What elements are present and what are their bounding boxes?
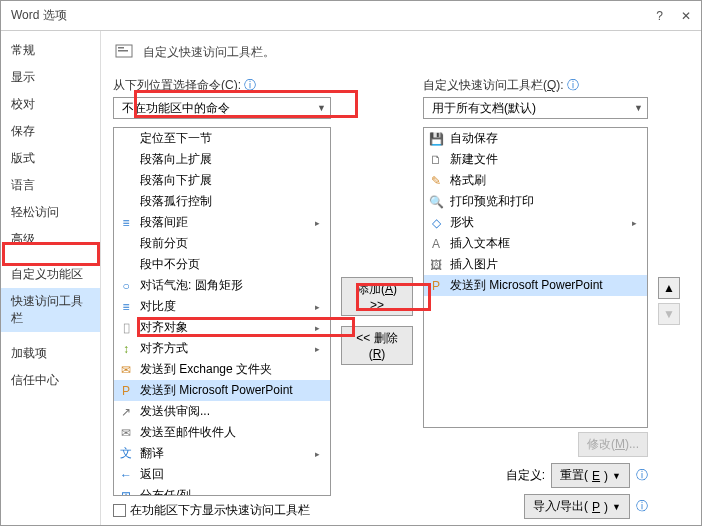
import-export-button[interactable]: 导入/导出(P)▼ (524, 494, 630, 519)
command-icon: ✉ (118, 425, 134, 441)
sidebar-item-2[interactable]: 校对 (1, 91, 100, 118)
help-icon[interactable]: ? (656, 9, 663, 23)
move-up-button[interactable]: ▲ (658, 277, 680, 299)
qat-list-item[interactable]: P发送到 Microsoft PowerPoint (424, 275, 647, 296)
close-icon[interactable]: ✕ (681, 9, 691, 23)
commands-list-item[interactable]: 段落向上扩展 (114, 149, 330, 170)
command-label: 返回 (140, 466, 164, 483)
command-label: 段落向下扩展 (140, 172, 212, 189)
qat-list-item[interactable]: 🔍打印预览和打印 (424, 191, 647, 212)
command-icon (118, 173, 134, 189)
qat-scope-combo[interactable]: 用于所有文档(默认) ▼ (423, 97, 648, 119)
reset-row: 自定义: 重置(E)▼ ⓘ (506, 463, 648, 488)
sidebar-item-5[interactable]: 语言 (1, 172, 100, 199)
sidebar-item-8[interactable]: 自定义功能区 (1, 261, 100, 288)
command-icon: ⊞ (118, 488, 134, 497)
command-label: 打印预览和打印 (450, 193, 534, 210)
word-options-dialog: Word 选项 ? ✕ 常规显示校对保存版式语言轻松访问高级自定义功能区快速访问… (0, 0, 702, 526)
command-icon: 💾 (428, 131, 444, 147)
sidebar-item-11[interactable]: 信任中心 (1, 367, 100, 394)
chevron-down-icon: ▼ (317, 103, 326, 113)
sidebar-item-6[interactable]: 轻松访问 (1, 199, 100, 226)
command-icon: 🗋 (428, 152, 444, 168)
sidebar-item-4[interactable]: 版式 (1, 145, 100, 172)
commands-list-item[interactable]: ←返回 (114, 464, 330, 485)
commands-list-item[interactable]: 段前分页 (114, 233, 330, 254)
command-label: 对话气泡: 圆角矩形 (140, 277, 243, 294)
commands-list-item[interactable]: ↕对齐方式 (114, 338, 330, 359)
qat-list-item[interactable]: ✎格式刷 (424, 170, 647, 191)
modify-button[interactable]: 修改(M)... (578, 432, 648, 457)
qat-column: 自定义快速访问工具栏(Q): ⓘ 用于所有文档(默认) ▼ 💾自动保存🗋新建文件… (423, 77, 648, 519)
sidebar-item-10[interactable]: 加载项 (1, 340, 100, 367)
command-label: 发送供审阅... (140, 403, 210, 420)
main-header: 自定义快速访问工具栏。 (113, 41, 689, 63)
qat-listbox[interactable]: 💾自动保存🗋新建文件✎格式刷🔍打印预览和打印◇形状A插入文本框🖼插入图片P发送到… (423, 127, 648, 428)
show-below-ribbon-checkbox[interactable] (113, 504, 126, 517)
titlebar-buttons: ? ✕ (656, 9, 691, 23)
command-label: 自动保存 (450, 130, 498, 147)
command-label: 形状 (450, 214, 474, 231)
commands-list-item[interactable]: ⌷对齐对象 (114, 317, 330, 338)
command-icon: 文 (118, 446, 134, 462)
commands-source-combo[interactable]: 不在功能区中的命令 ▼ (113, 97, 331, 119)
show-below-ribbon-row: 在功能区下方显示快速访问工具栏 (113, 502, 331, 519)
commands-list-item[interactable]: 段落向下扩展 (114, 170, 330, 191)
qat-list-item[interactable]: A插入文本框 (424, 233, 647, 254)
commands-list-item[interactable]: ≡对比度 (114, 296, 330, 317)
command-label: 新建文件 (450, 151, 498, 168)
command-label: 段中不分页 (140, 256, 200, 273)
commands-list-item[interactable]: 段中不分页 (114, 254, 330, 275)
command-icon: ○ (118, 278, 134, 294)
command-label: 插入文本框 (450, 235, 510, 252)
qat-scope-value: 用于所有文档(默认) (432, 100, 536, 117)
command-label: 翻译 (140, 445, 164, 462)
sidebar-item-0[interactable]: 常规 (1, 37, 100, 64)
qat-list-item[interactable]: 💾自动保存 (424, 128, 647, 149)
command-icon: ≡ (118, 215, 134, 231)
command-icon: ✎ (428, 173, 444, 189)
commands-list-item[interactable]: 文翻译 (114, 443, 330, 464)
sidebar-item-9[interactable]: 快速访问工具栏 (1, 288, 100, 332)
command-label: 段前分页 (140, 235, 188, 252)
commands-list-item[interactable]: ○对话气泡: 圆角矩形 (114, 275, 330, 296)
command-icon: ≡ (118, 299, 134, 315)
add-button[interactable]: 添加(A) >> (341, 277, 413, 316)
custom-label: 自定义: (506, 467, 545, 484)
sidebar-item-1[interactable]: 显示 (1, 64, 100, 91)
qat-list-item[interactable]: 🗋新建文件 (424, 149, 647, 170)
command-icon: 🔍 (428, 194, 444, 210)
commands-listbox[interactable]: 定位至下一节段落向上扩展段落向下扩展段落孤行控制≡段落间距段前分页段中不分页○对… (113, 127, 331, 496)
commands-list-item[interactable]: P发送到 Microsoft PowerPoint (114, 380, 330, 401)
command-icon (118, 131, 134, 147)
qat-list-item[interactable]: 🖼插入图片 (424, 254, 647, 275)
sidebar: 常规显示校对保存版式语言轻松访问高级自定义功能区快速访问工具栏加载项信任中心 (1, 31, 101, 525)
commands-list-item[interactable]: ✉发送到 Exchange 文件夹 (114, 359, 330, 380)
command-label: 段落孤行控制 (140, 193, 212, 210)
command-label: 发送到 Microsoft PowerPoint (140, 382, 293, 399)
qat-list-item[interactable]: ◇形状 (424, 212, 647, 233)
commands-column: 从下列位置选择命令(C): ⓘ 不在功能区中的命令 ▼ 定位至下一节段落向上扩展… (113, 77, 331, 519)
command-label: 对齐方式 (140, 340, 188, 357)
commands-list-item[interactable]: 定位至下一节 (114, 128, 330, 149)
dialog-title: Word 选项 (11, 7, 67, 24)
sidebar-item-3[interactable]: 保存 (1, 118, 100, 145)
commands-list-item[interactable]: ≡段落间距 (114, 212, 330, 233)
commands-list-item[interactable]: 段落孤行控制 (114, 191, 330, 212)
commands-list-item[interactable]: ✉发送至邮件收件人 (114, 422, 330, 443)
reorder-buttons: ▲ ▼ (658, 77, 686, 519)
transfer-buttons: 添加(A) >> << 删除(R) (341, 77, 413, 519)
commands-list-item[interactable]: ↗发送供审阅... (114, 401, 330, 422)
command-label: 对齐对象 (140, 319, 188, 336)
main-header-title: 自定义快速访问工具栏。 (143, 44, 275, 61)
below-qat-controls: 修改(M)... 自定义: 重置(E)▼ ⓘ 导入/导出(P)▼ (423, 432, 648, 519)
command-icon: ↗ (118, 404, 134, 420)
sidebar-item-7[interactable]: 高级 (1, 226, 100, 253)
command-label: 段落向上扩展 (140, 151, 212, 168)
dialog-body: 常规显示校对保存版式语言轻松访问高级自定义功能区快速访问工具栏加载项信任中心 自… (1, 31, 701, 525)
command-label: 发送到 Exchange 文件夹 (140, 361, 272, 378)
remove-button[interactable]: << 删除(R) (341, 326, 413, 365)
reset-button[interactable]: 重置(E)▼ (551, 463, 630, 488)
commands-list-item[interactable]: ⊞分布任/列 (114, 485, 330, 496)
move-down-button[interactable]: ▼ (658, 303, 680, 325)
